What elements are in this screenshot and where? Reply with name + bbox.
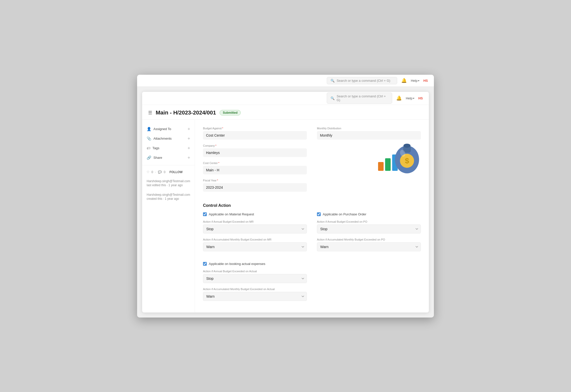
app-topbar-right: 🔔 Help ▾ HS — [396, 95, 423, 101]
comment-icon[interactable]: 💬 — [158, 170, 162, 174]
budget-against-input[interactable] — [203, 131, 307, 140]
content-area: Budget Against * Company * — [195, 120, 429, 312]
action-monthly-actual-field: Action if Accumulated Monthly Budget Exc… — [203, 288, 307, 301]
os-topbar-actions: 🔔 Help ▾ HS — [401, 78, 428, 83]
app-topbar: 🔍 Search or type a command (Ctrl + G) 🔔 … — [142, 92, 429, 105]
tags-icon: 🏷 — [147, 146, 150, 150]
company-input[interactable] — [203, 148, 307, 157]
sidebar-item-share[interactable]: 🔗 Share + — [142, 153, 195, 163]
required-star: * — [218, 162, 219, 165]
required-star: * — [217, 179, 218, 182]
action-annual-mr-label: Action if Annual Budget Exceeded on MR — [203, 220, 307, 223]
action-annual-actual-field: Action if Annual Budget Exceeded on Actu… — [203, 270, 307, 283]
attachments-icon: 📎 — [147, 136, 151, 141]
applicable-mr-checkbox[interactable] — [203, 212, 207, 216]
action-monthly-mr-label: Action if Accumulated Monthly Budget Exc… — [203, 238, 307, 241]
required-star: * — [215, 144, 216, 147]
created-text: created this · 1 year ago — [147, 197, 190, 201]
fiscal-year-label: Fiscal Year * — [203, 179, 307, 182]
fiscal-year-field: Fiscal Year * — [203, 179, 307, 192]
sidebar-item-attachments[interactable]: 📎 Attachments + — [142, 134, 195, 143]
app-search-icon: 🔍 — [331, 96, 335, 100]
applicable-expense-label: Applicable on booking actual expenses — [209, 262, 265, 266]
svg-rect-1 — [385, 158, 391, 171]
sidebar-item-tags[interactable]: 🏷 Tags + — [142, 143, 195, 153]
os-topbar: 🔍 Search or type a command (Ctrl + G) 🔔 … — [137, 75, 434, 87]
action-annual-po-label: Action if Annual Budget Exceeded on PO — [317, 220, 421, 223]
assigned-to-add-button[interactable]: + — [187, 127, 190, 131]
creator-email: Harshdeep.singh@Testmail.com — [147, 193, 190, 197]
like-icon[interactable]: ♡ — [147, 170, 149, 174]
editor-email: Harshdeep.singh@Testmail.com — [147, 179, 190, 183]
app-bell-icon[interactable]: 🔔 — [396, 95, 402, 101]
last-edited-text: last edited this · 1 year ago — [147, 183, 190, 187]
cost-center-input[interactable] — [203, 166, 307, 174]
control-action-section: Control Action Applicable on Material Re… — [203, 203, 421, 301]
page-title: Main - H/2023-2024/001 — [156, 109, 216, 116]
tags-add-button[interactable]: + — [187, 146, 190, 150]
form-left-col: Budget Against * Company * — [203, 127, 307, 196]
budget-against-label: Budget Against * — [203, 127, 307, 130]
money-bag-svg: $ — [373, 127, 423, 177]
os-user-badge[interactable]: HS — [423, 79, 428, 83]
cost-center-label: Cost Center * — [203, 162, 307, 165]
status-badge: Submitted — [220, 110, 241, 115]
expense-section: Applicable on booking actual expenses Ac… — [203, 262, 421, 301]
attachments-add-button[interactable]: + — [187, 136, 190, 141]
action-monthly-po-select[interactable]: Stop Warn Ignore — [317, 242, 421, 251]
os-search-bar[interactable]: 🔍 Search or type a command (Ctrl + G) — [327, 77, 397, 84]
form-right-col: Monthly Distribution — [317, 127, 421, 196]
likes-count: 0 — [151, 170, 153, 174]
action-annual-actual-label: Action if Annual Budget Exceeded on Actu… — [203, 270, 307, 273]
app-help-chevron-icon: ▾ — [413, 97, 414, 100]
applicable-mr-row: Applicable on Material Request — [203, 212, 307, 216]
share-icon: 🔗 — [147, 155, 151, 160]
action-monthly-po-label: Action if Accumulated Monthly Budget Exc… — [317, 238, 421, 241]
action-monthly-actual-select[interactable]: Stop Warn Ignore — [203, 292, 307, 301]
main-layout: 👤 Assigned To + 📎 Attachments + 🏷 Tags +… — [142, 120, 429, 312]
svg-rect-0 — [378, 162, 384, 171]
svg-text:$: $ — [405, 156, 409, 165]
page-header: ☰ Main - H/2023-2024/001 Submitted — [142, 105, 429, 120]
applicable-expense-row: Applicable on booking actual expenses — [203, 262, 421, 266]
os-help-chevron-icon: ▾ — [418, 79, 419, 82]
os-help-button[interactable]: Help ▾ — [411, 79, 419, 83]
app-search-bar[interactable]: 🔍 Search or type a command (Ctrl + G) — [327, 93, 392, 104]
comments-count: 0 — [164, 170, 166, 174]
action-annual-actual-select[interactable]: Stop Warn Ignore — [203, 274, 307, 283]
app-search-placeholder: Search or type a command (Ctrl + G) — [337, 94, 388, 102]
assigned-to-icon: 👤 — [147, 127, 151, 131]
applicable-mr-label: Applicable on Material Request — [209, 212, 254, 216]
applicable-expense-checkbox[interactable] — [203, 262, 207, 266]
action-monthly-mr-select[interactable]: Stop Warn Ignore — [203, 242, 307, 251]
sidebar-actions: ♡ 0 · 💬 0 FOLLOW — [142, 168, 195, 176]
required-star: * — [222, 127, 223, 130]
fiscal-year-input[interactable] — [203, 183, 307, 192]
app-help-button[interactable]: Help ▾ — [406, 96, 414, 100]
app-user-badge[interactable]: HS — [418, 96, 423, 100]
sidebar-item-label: Share — [153, 156, 185, 160]
sidebar-item-label: Assigned To — [153, 127, 185, 131]
share-add-button[interactable]: + — [187, 155, 190, 160]
sidebar-divider — [142, 165, 195, 165]
company-label: Company * — [203, 144, 307, 147]
budget-against-field: Budget Against * — [203, 127, 307, 140]
company-field: Company * — [203, 144, 307, 157]
os-search-placeholder: Search or type a command (Ctrl + G) — [337, 79, 390, 83]
action-annual-mr-select[interactable]: Stop Warn Ignore — [203, 224, 307, 233]
app-window: 🔍 Search or type a command (Ctrl + G) 🔔 … — [142, 92, 429, 312]
control-right: Applicable on Purchase Order Action if A… — [317, 212, 421, 256]
cost-center-field: Cost Center * — [203, 162, 307, 174]
sidebar-item-assigned-to[interactable]: 👤 Assigned To + — [142, 124, 195, 134]
hamburger-icon[interactable]: ☰ — [148, 110, 152, 115]
follow-button[interactable]: FOLLOW — [170, 170, 183, 174]
os-bell-icon[interactable]: 🔔 — [401, 78, 407, 83]
sidebar: 👤 Assigned To + 📎 Attachments + 🏷 Tags +… — [142, 120, 195, 312]
applicable-po-row: Applicable on Purchase Order — [317, 212, 421, 216]
control-grid-top: Applicable on Material Request Action if… — [203, 212, 421, 256]
form-grid: Budget Against * Company * — [203, 127, 421, 196]
applicable-po-checkbox[interactable] — [317, 212, 321, 216]
action-annual-po-select[interactable]: Stop Warn Ignore — [317, 224, 421, 233]
creator-meta: Harshdeep.singh@Testmail.com created thi… — [142, 190, 195, 204]
sidebar-item-label: Attachments — [153, 137, 185, 140]
